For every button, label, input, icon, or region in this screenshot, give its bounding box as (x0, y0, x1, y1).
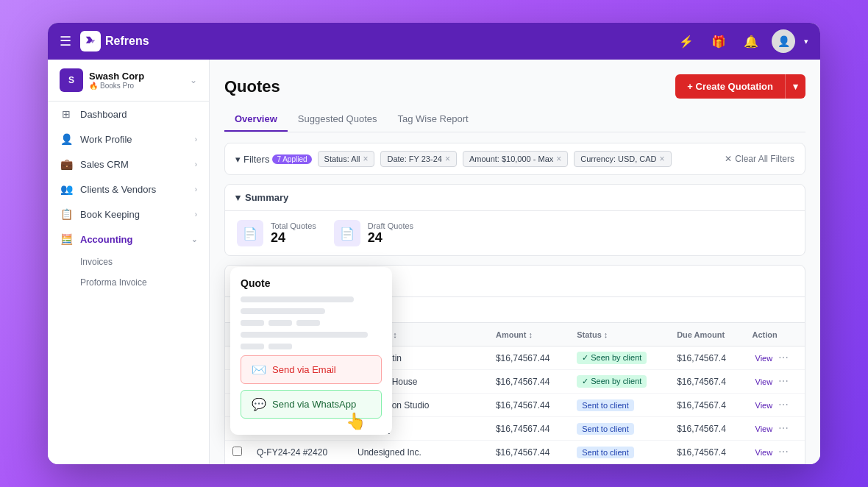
sidebar-item-work-profile[interactable]: 👤 Work Profile › (48, 127, 209, 152)
filter-chip-amount-remove[interactable]: × (556, 154, 561, 164)
work-profile-icon: 👤 (60, 133, 73, 145)
row-quote-to-4: Undesigned Inc. (350, 441, 488, 464)
row-action-4: View ⋯ (745, 441, 805, 464)
popup-skeleton-sq-3 (296, 320, 320, 326)
company-chevron: ⌄ (190, 75, 197, 85)
row-checkbox-4[interactable] (225, 441, 249, 464)
filter-chip-amount[interactable]: Amount: $10,000 - Max × (463, 151, 568, 167)
table-row: Q-FY24-24 #2420 Undesigned Inc. $16,7456… (225, 441, 805, 464)
sidebar-sub-invoices[interactable]: Invoices (48, 252, 209, 272)
table-row: Q-FY24-24 #2419 People & Prosper Techn..… (225, 464, 805, 465)
view-button-4[interactable]: View (753, 447, 776, 458)
row-amount-2: $16,74567.44 (488, 394, 569, 417)
tab-tag-wise-report[interactable]: Tag Wise Report (388, 107, 479, 132)
email-icon: ✉️ (252, 363, 266, 377)
popup-skeleton-sq-2 (268, 320, 292, 326)
row-amount-3: $16,74567.44 (488, 417, 569, 441)
sidebar-item-dashboard[interactable]: ⊞ Dashboard (48, 102, 209, 127)
row-checkbox-5[interactable] (225, 464, 249, 465)
filter-chip-currency[interactable]: Currency: USD, CAD × (574, 151, 671, 167)
view-button-0[interactable]: View (753, 352, 776, 364)
sidebar-label-work-profile: Work Profile (80, 134, 188, 145)
more-options-3[interactable]: ⋯ (778, 422, 789, 434)
filter-chip-currency-remove[interactable]: × (660, 154, 665, 164)
th-status[interactable]: Status ↕ (569, 323, 669, 346)
sidebar-sub-proforma[interactable]: Proforma Invoice (48, 272, 209, 293)
status-badge-0: ✓ Seen by client (577, 352, 647, 364)
sidebar-label-book-keeping: Book Keeping (80, 209, 188, 220)
sidebar-label-accounting: Accounting (80, 234, 184, 245)
row-due-3: $16,74567.4 (669, 417, 744, 441)
more-options-4[interactable]: ⋯ (778, 446, 789, 458)
filters-row: ▾ Filters 7 Applied Status: All × Date: … (235, 151, 794, 167)
row-status-2: Sent to client (569, 394, 669, 417)
row-status-4: Sent to client (569, 441, 669, 464)
clear-all-filters-button[interactable]: ✕ Clear All Filters (725, 154, 794, 164)
summary-header[interactable]: ▾ Summary (225, 185, 805, 211)
total-quotes-icon: 📄 (237, 220, 263, 246)
view-button-1[interactable]: View (753, 376, 776, 388)
row-status-5: Sent to client (569, 464, 669, 465)
filter-chip-date-remove[interactable]: × (445, 154, 450, 164)
create-dropdown-arrow[interactable]: ▾ (785, 74, 805, 99)
more-options-2[interactable]: ⋯ (778, 399, 789, 410)
row-action-5: View ⋯ (745, 464, 805, 465)
th-amount[interactable]: Amount ↕ (488, 323, 569, 346)
draft-quotes-value: 24 (368, 230, 413, 246)
send-via-email-button[interactable]: ✉️ Send via Email (241, 355, 382, 384)
company-info: Swash Corp 🔥 Books Pro (89, 71, 184, 90)
page-header: Quotes + Create Quotation ▾ (224, 74, 805, 99)
view-button-3[interactable]: View (753, 423, 776, 435)
bell-icon-btn[interactable]: 🔔 (739, 29, 763, 53)
sidebar: S Swash Corp 🔥 Books Pro ⌄ ⊞ Dashboard 👤… (48, 60, 210, 464)
summary-section: ▾ Summary 📄 Total Quotes 24 📄 Dr (224, 184, 805, 256)
more-options-0[interactable]: ⋯ (778, 352, 789, 363)
sidebar-item-clients-vendors[interactable]: 👥 Clients & Vendors › (48, 177, 209, 202)
tab-overview[interactable]: Overview (224, 107, 288, 132)
row-due-0: $16,74567.4 (669, 346, 744, 370)
summary-card-total: 📄 Total Quotes 24 (237, 220, 334, 246)
popup-title: Quote (241, 277, 382, 289)
create-quotation-button[interactable]: + Create Quotation ▾ (675, 74, 805, 99)
filter-chip-date[interactable]: Date: FY 23-24 × (380, 151, 456, 167)
popup-skeleton-2 (241, 308, 325, 314)
page-tabs: Overview Suggested Quotes Tag Wise Repor… (224, 107, 805, 132)
company-selector[interactable]: S Swash Corp 🔥 Books Pro ⌄ (48, 60, 209, 102)
filter-chip-status-label: Status: All (324, 154, 360, 163)
row-amount-4: $16,74567.44 (488, 441, 569, 464)
status-badge-2: Sent to client (577, 399, 634, 411)
th-due-amount[interactable]: Due Amount (669, 323, 744, 346)
filters-badge: 7 Applied (272, 154, 311, 164)
send-via-whatsapp-button[interactable]: 💬 Send via WhatsApp (241, 390, 382, 419)
view-button-2[interactable]: View (753, 399, 776, 411)
whatsapp-icon: 💬 (252, 397, 266, 411)
company-name: Swash Corp (89, 71, 184, 82)
popup-skeleton-1 (241, 296, 354, 302)
sidebar-item-book-keeping[interactable]: 📋 Book Keeping › (48, 202, 209, 227)
status-badge-1: ✓ Seen by client (577, 375, 647, 388)
filter-chip-status[interactable]: Status: All × (318, 151, 375, 167)
gift-icon-btn[interactable]: 🎁 (707, 29, 730, 53)
row-action-1: View ⋯ (745, 370, 805, 394)
filter-chip-status-remove[interactable]: × (363, 154, 368, 164)
row-amount-5: $16,74567.44 (488, 464, 569, 465)
tab-suggested-quotes[interactable]: Suggested Quotes (288, 107, 388, 132)
row-status-0: ✓ Seen by client (569, 346, 669, 370)
accounting-chevron: ⌄ (191, 235, 197, 244)
user-avatar[interactable]: 👤 (772, 29, 795, 53)
filter-chip-date-label: Date: FY 23-24 (387, 154, 441, 163)
lightning-icon-btn[interactable]: ⚡ (675, 29, 698, 53)
total-quotes-value: 24 (271, 230, 316, 246)
more-options-1[interactable]: ⋯ (778, 375, 789, 387)
sidebar-item-sales-crm[interactable]: 💼 Sales CRM › (48, 152, 209, 177)
clear-filters-label: Clear All Filters (735, 154, 794, 164)
accounting-icon: 🧮 (60, 233, 73, 245)
row-due-2: $16,74567.4 (669, 394, 744, 417)
sidebar-item-accounting[interactable]: 🧮 Accounting ⌄ (48, 227, 209, 252)
hamburger-menu[interactable]: ☰ (60, 33, 71, 49)
filters-toggle[interactable]: ▾ Filters 7 Applied (235, 154, 312, 165)
company-icon: S (60, 68, 83, 92)
popup-skeleton-sq-4 (241, 344, 264, 349)
row-status-3: Sent to client (569, 417, 669, 441)
clear-filters-x-icon: ✕ (725, 154, 732, 164)
